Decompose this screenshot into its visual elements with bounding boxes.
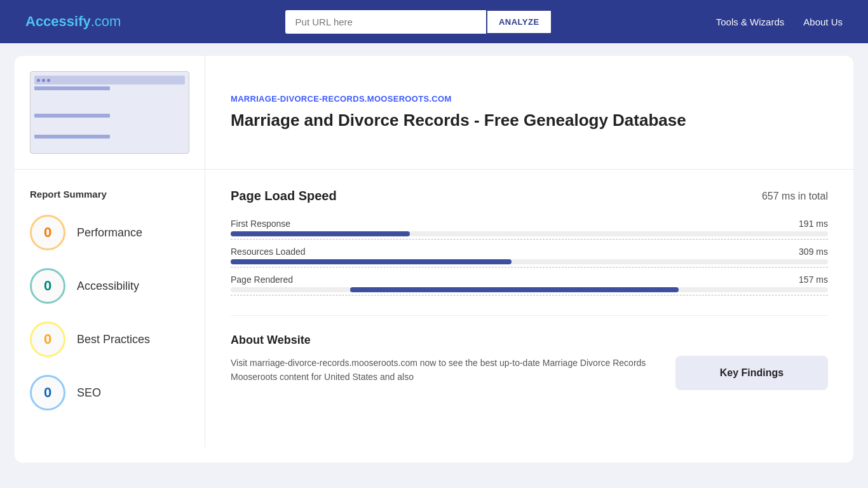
about-text: Visit marriage-divorce-records.mooseroot…: [231, 356, 660, 384]
accessibility-score-circle: 0: [30, 268, 65, 304]
nav-about-us[interactable]: About Us: [803, 17, 843, 27]
logo-text: Accessify: [25, 13, 91, 29]
speed-row-first-response: First Response 191 ms: [231, 219, 828, 236]
site-info-panel: MARRIAGE-DIVORCE-RECORDS.MOOSEROOTS.COM …: [205, 56, 853, 169]
score-seo: 0 SEO: [30, 375, 189, 410]
performance-label: Performance: [77, 226, 142, 240]
score-best-practices: 0 Best Practices: [30, 322, 189, 357]
first-response-label: First Response: [231, 219, 290, 229]
about-section: About Website Visit marriage-divorce-rec…: [231, 315, 828, 390]
screenshot-panel: [15, 56, 205, 169]
key-findings-box: Key Findings: [675, 356, 828, 390]
speed-bars: First Response 191 ms Resources Loaded 3…: [231, 219, 828, 292]
site-thumbnail: [30, 71, 189, 154]
key-findings-title: Key Findings: [688, 367, 815, 379]
seo-label: SEO: [77, 386, 101, 400]
best-practices-label: Best Practices: [77, 333, 150, 346]
seo-score-circle: 0: [30, 375, 65, 410]
performance-score-value: 0: [44, 224, 51, 241]
resources-loaded-bar: [231, 259, 512, 264]
seo-score-value: 0: [44, 384, 51, 401]
sidebar: Report Summary 0 Performance 0 Accessibi…: [15, 170, 205, 447]
page-rendered-label: Page Rendered: [231, 274, 293, 285]
resources-loaded-value: 309 ms: [799, 247, 828, 257]
logo-tld: .com: [91, 13, 121, 29]
resources-loaded-label: Resources Loaded: [231, 247, 306, 257]
nav-tools-wizards[interactable]: Tools & Wizards: [716, 17, 785, 27]
page-rendered-value: 157 ms: [799, 274, 828, 285]
content-area: Page Load Speed 657 ms in total First Re…: [205, 170, 853, 447]
accessibility-score-value: 0: [44, 278, 51, 294]
header-nav: Tools & Wizards About Us: [716, 17, 843, 27]
page-load-title: Page Load Speed: [231, 189, 337, 203]
analyze-button[interactable]: ANALYZE: [486, 10, 552, 34]
lower-section: Report Summary 0 Performance 0 Accessibi…: [15, 170, 853, 447]
best-practices-score-circle: 0: [30, 322, 65, 357]
page-rendered-bar: [350, 287, 679, 292]
first-response-bar: [231, 231, 410, 236]
site-url: MARRIAGE-DIVORCE-RECORDS.MOOSEROOTS.COM: [231, 94, 828, 104]
speed-row-page-rendered: Page Rendered 157 ms: [231, 274, 828, 292]
header: Accessify.com ANALYZE Tools & Wizards Ab…: [0, 0, 868, 43]
first-response-track: [231, 231, 828, 236]
about-content-row: Visit marriage-divorce-records.mooseroot…: [231, 356, 828, 390]
score-performance: 0 Performance: [30, 215, 189, 250]
accessibility-label: Accessibility: [77, 280, 139, 293]
top-section: MARRIAGE-DIVORCE-RECORDS.MOOSEROOTS.COM …: [15, 56, 853, 170]
about-title: About Website: [231, 334, 828, 347]
site-title: Marriage and Divorce Records - Free Gene…: [231, 110, 828, 132]
performance-score-circle: 0: [30, 215, 65, 250]
url-input[interactable]: [285, 10, 486, 34]
page-rendered-track: [231, 287, 828, 292]
resources-loaded-track: [231, 259, 828, 264]
score-accessibility: 0 Accessibility: [30, 268, 189, 304]
report-summary-title: Report Summary: [30, 189, 189, 200]
speed-row-resources-loaded: Resources Loaded 309 ms: [231, 247, 828, 264]
page-load-total: 657 ms in total: [762, 191, 828, 202]
page-load-header: Page Load Speed 657 ms in total: [231, 189, 828, 203]
logo: Accessify.com: [25, 13, 121, 30]
main-card: MARRIAGE-DIVORCE-RECORDS.MOOSEROOTS.COM …: [15, 56, 853, 463]
best-practices-score-value: 0: [44, 331, 51, 348]
search-bar: ANALYZE: [285, 10, 552, 34]
first-response-value: 191 ms: [799, 219, 828, 229]
